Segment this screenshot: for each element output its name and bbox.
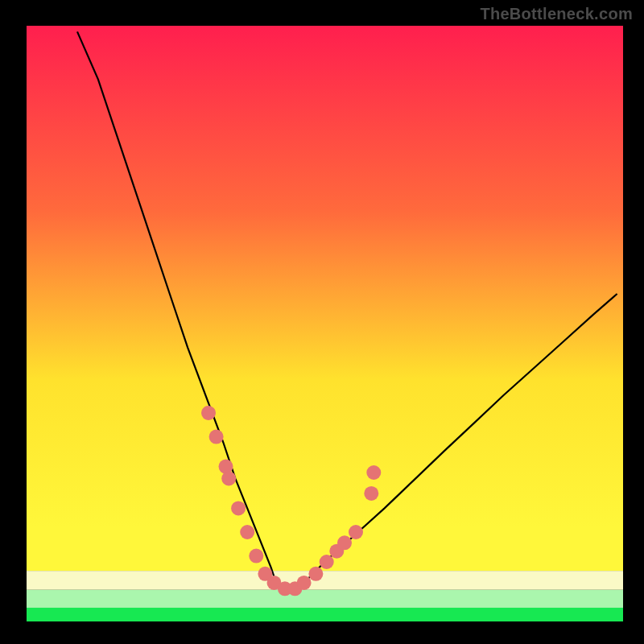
data-point-marker [209,430,224,444]
data-point-marker [349,525,363,539]
data-point-marker [337,535,352,550]
data-point-marker [221,471,236,485]
svg-rect-3 [27,608,623,621]
chart-container: { "watermark": "TheBottleneck.com", "cha… [0,0,644,644]
data-point-marker [240,525,254,539]
data-point-marker [308,567,323,581]
chart-background-gradient [27,26,623,571]
svg-rect-2 [27,590,623,608]
data-point-marker [320,555,334,569]
svg-rect-1 [27,571,623,590]
data-point-marker [201,406,216,420]
data-point-marker [249,549,263,564]
data-point-marker [297,576,312,590]
data-point-marker [231,501,246,515]
watermark-text: TheBottleneck.com [480,5,633,23]
chart-bottom-bands [27,571,623,621]
data-point-marker [366,465,381,480]
data-point-marker [364,486,378,501]
chart-svg [0,0,644,644]
